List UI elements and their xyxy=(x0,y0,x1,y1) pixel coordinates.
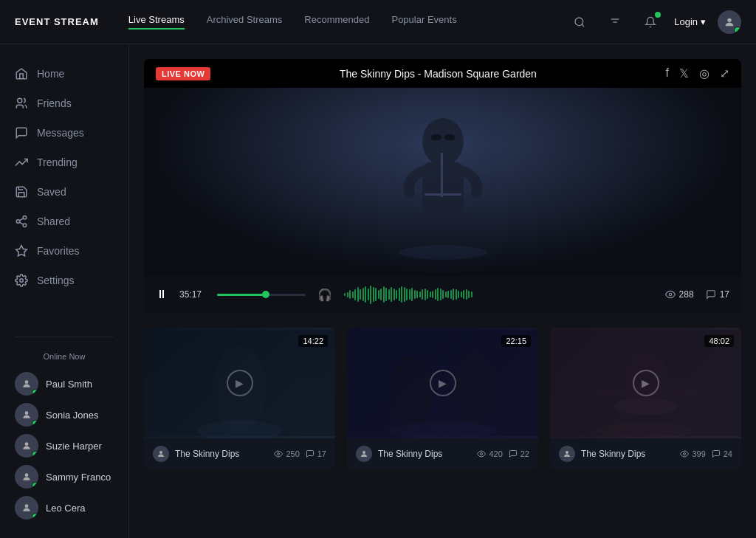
video-duration-3: 48:02 xyxy=(704,335,734,347)
user-avatar-leo xyxy=(15,496,38,520)
svg-line-11 xyxy=(19,218,23,221)
svg-point-40 xyxy=(614,398,677,415)
video-info-3: The Skinny Dips 399 24 xyxy=(550,438,741,469)
settings-icon xyxy=(15,274,28,287)
user-item-suzie-harper[interactable]: Suzie Harper xyxy=(15,430,114,461)
saved-icon xyxy=(15,185,28,199)
channel-name-2: The Skinny Dips xyxy=(378,449,471,459)
chat-icon-3 xyxy=(712,449,721,458)
comment-count: 17 xyxy=(706,289,729,300)
sidebar-item-favorites[interactable]: Favorites xyxy=(0,236,128,266)
svg-point-25 xyxy=(399,245,487,260)
views-icon xyxy=(665,289,676,300)
user-name-sammy: Sammy Franco xyxy=(46,472,111,483)
video-comments-1: 17 xyxy=(306,449,326,458)
player-social-icons: f 𝕏 ◎ ⤢ xyxy=(666,66,729,80)
filter-button[interactable] xyxy=(603,10,627,34)
sidebar-item-settings[interactable]: Settings xyxy=(0,266,128,295)
svg-point-8 xyxy=(16,220,20,224)
trending-icon xyxy=(15,156,28,169)
user-avatar-sonia xyxy=(15,403,38,427)
user-avatar-suzie xyxy=(15,434,38,458)
user-online-dot xyxy=(32,420,38,427)
waveform xyxy=(344,283,653,306)
sidebar-item-saved[interactable]: Saved xyxy=(0,177,128,207)
user-online-dot xyxy=(32,513,38,520)
video-card-2[interactable]: ▶ 22:15 The Skinny Dips 420 22 xyxy=(347,328,538,469)
svg-rect-24 xyxy=(444,134,455,140)
instagram-icon[interactable]: ◎ xyxy=(699,66,709,80)
user-avatar-paul xyxy=(15,372,38,396)
main-layout: Home Friends Messages Trending Saved Sha… xyxy=(0,44,756,538)
sidebar-divider xyxy=(15,337,114,337)
sidebar-item-home[interactable]: Home xyxy=(0,59,128,89)
svg-point-28 xyxy=(213,346,267,431)
favorites-icon xyxy=(15,244,28,258)
login-button[interactable]: Login ▾ xyxy=(674,16,706,27)
sidebar-item-trending[interactable]: Trending xyxy=(0,148,128,177)
performer-silhouette xyxy=(369,97,517,267)
sidebar-item-shared[interactable]: Shared xyxy=(0,207,128,236)
notification-dot xyxy=(655,12,661,18)
video-thumb-1: ▶ 14:22 xyxy=(144,328,335,438)
user-item-sonia-jones[interactable]: Sonia Jones xyxy=(15,399,114,430)
svg-point-30 xyxy=(159,451,162,454)
channel-name-3: The Skinny Dips xyxy=(581,449,674,459)
user-item-paul-smith[interactable]: Paul Smith xyxy=(15,368,114,399)
header-actions: Login ▾ xyxy=(568,10,741,34)
progress-fill xyxy=(217,294,266,296)
player-header: LIVE NOW The Skinny Dips - Madison Squar… xyxy=(144,59,741,88)
user-name-suzie: Suzie Harper xyxy=(46,441,102,452)
svg-point-13 xyxy=(20,279,24,283)
svg-point-7 xyxy=(23,216,27,220)
user-online-dot xyxy=(32,482,38,489)
video-views-2: 420 xyxy=(477,449,502,458)
friends-icon xyxy=(15,97,28,110)
nav-archived-streams[interactable]: Archived Streams xyxy=(207,14,283,30)
home-icon xyxy=(15,67,28,80)
svg-line-1 xyxy=(582,24,584,27)
user-avatar-sammy xyxy=(15,465,38,489)
user-online-dot xyxy=(32,389,38,396)
eye-icon-3 xyxy=(680,449,689,458)
notifications-button[interactable] xyxy=(639,10,662,34)
headphone-icon[interactable]: 🎧 xyxy=(317,288,332,302)
sidebar-item-friends[interactable]: Friends xyxy=(0,89,128,118)
video-thumb-3: ▶ 48:02 xyxy=(550,328,741,438)
sidebar-nav: Home Friends Messages Trending Saved Sha… xyxy=(0,59,128,329)
video-duration-1: 14:22 xyxy=(298,335,328,347)
progress-bar[interactable] xyxy=(217,294,306,296)
svg-line-10 xyxy=(19,222,23,224)
search-button[interactable] xyxy=(568,10,591,34)
user-item-leo-cera[interactable]: Leo Cera xyxy=(15,492,114,523)
svg-point-16 xyxy=(25,442,29,446)
facebook-icon[interactable]: f xyxy=(666,66,669,80)
channel-avatar-1 xyxy=(153,446,169,462)
user-item-sammy-franco[interactable]: Sammy Franco xyxy=(15,461,114,492)
fullscreen-icon[interactable]: ⤢ xyxy=(720,66,729,80)
channel-avatar-2 xyxy=(356,446,372,462)
svg-point-42 xyxy=(667,388,698,399)
progress-dot xyxy=(262,291,269,298)
main-content: LIVE NOW The Skinny Dips - Madison Squar… xyxy=(129,44,756,538)
nav-live-streams[interactable]: Live Streams xyxy=(128,14,185,30)
pause-button[interactable]: ⏸ xyxy=(156,288,168,301)
nav-recommended[interactable]: Recommended xyxy=(304,14,369,30)
video-comments-3: 24 xyxy=(712,449,732,458)
shared-icon xyxy=(15,215,28,228)
svg-rect-23 xyxy=(431,134,441,140)
twitter-icon[interactable]: 𝕏 xyxy=(679,66,689,80)
video-card-3[interactable]: ▶ 48:02 The Skinny Dips 399 24 xyxy=(550,328,741,469)
svg-point-44 xyxy=(566,451,568,454)
video-duration-2: 22:15 xyxy=(501,335,531,347)
svg-point-9 xyxy=(23,224,27,227)
sidebar-item-messages[interactable]: Messages xyxy=(0,118,128,148)
user-avatar[interactable] xyxy=(718,10,741,34)
app-logo: EVENT STREAM xyxy=(15,16,99,27)
svg-point-36 xyxy=(362,451,365,454)
channel-name-1: The Skinny Dips xyxy=(175,449,268,459)
video-card-1[interactable]: ▶ 14:22 The Skinny Dips 250 17 xyxy=(144,328,335,469)
svg-marker-12 xyxy=(16,246,27,256)
nav-popular-events[interactable]: Popular Events xyxy=(391,14,456,30)
avatar-online-dot xyxy=(734,27,741,34)
